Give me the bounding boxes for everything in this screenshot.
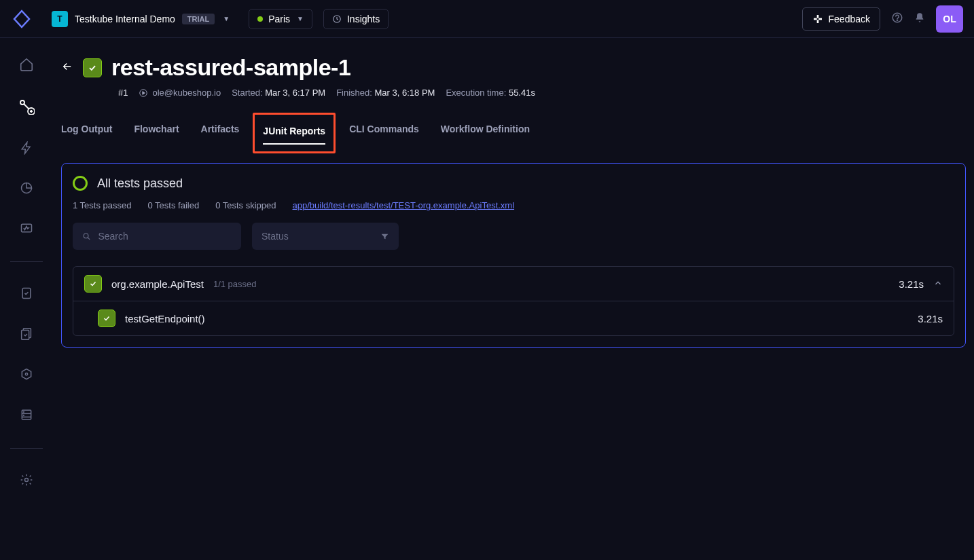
bell-icon[interactable]	[914, 12, 925, 25]
report-panel: All tests passed 1 Tests passed 0 Tests …	[61, 163, 966, 348]
svg-point-23	[84, 234, 88, 238]
sidebar-item-home[interactable]	[19, 57, 34, 74]
run-meta-row: #1 ole@kubeshop.io Started: Mar 3, 6:17 …	[61, 88, 966, 98]
tab-log-output[interactable]: Log Output	[61, 117, 112, 145]
env-name-label: Paris	[268, 14, 290, 24]
search-box[interactable]	[73, 223, 241, 250]
chevron-down-icon: ▼	[223, 15, 230, 22]
sidebar-divider	[10, 261, 43, 262]
status-filter[interactable]: Status	[252, 223, 399, 250]
sidebar-item-suites[interactable]	[19, 326, 34, 343]
feedback-button[interactable]: Feedback	[802, 7, 880, 31]
test-suite-row[interactable]: org.example.ApiTest 1/1 passed 3.21s	[73, 267, 954, 301]
user-avatar[interactable]: OL	[936, 5, 963, 33]
main-content: rest-assured-sample-1 #1 ole@kubeshop.io…	[53, 38, 974, 560]
environment-selector[interactable]: Paris ▼	[249, 9, 312, 29]
svg-point-15	[25, 373, 27, 375]
test-case-row[interactable]: testGetEndpoint() 3.21s	[73, 301, 954, 335]
app-logo-icon[interactable]	[11, 8, 33, 30]
sidebar-item-triggers[interactable]	[20, 141, 33, 157]
svg-rect-5	[816, 20, 818, 23]
org-selector[interactable]: T Testkube Internal Demo TRIAL ▼	[52, 11, 230, 27]
chevron-up-icon[interactable]	[933, 278, 943, 290]
svg-marker-0	[14, 11, 29, 27]
trial-badge: TRIAL	[182, 14, 215, 24]
tests-passed-count: 1 Tests passed	[73, 200, 131, 210]
tab-cli-commands[interactable]: CLI Commands	[349, 117, 419, 145]
report-summary-title: All tests passed	[97, 176, 183, 191]
suite-time: 3.21s	[899, 278, 924, 290]
sidebar-item-tests[interactable]	[20, 286, 33, 302]
test-name: testGetEndpoint()	[125, 313, 205, 324]
tab-bar: Log Output Flowchart Artifacts JUnit Rep…	[61, 117, 966, 145]
sidebar-item-status[interactable]	[20, 221, 33, 237]
svg-rect-2	[814, 18, 817, 20]
svg-point-20	[23, 415, 24, 415]
run-initiator: ole@kubeshop.io	[139, 88, 221, 98]
check-icon	[84, 275, 102, 293]
sidebar-item-workflows[interactable]	[18, 98, 35, 117]
suite-pass-count: 1/1 passed	[213, 279, 257, 289]
tab-workflow-definition[interactable]: Workflow Definition	[441, 117, 530, 145]
run-number: #1	[118, 88, 128, 98]
org-letter-badge: T	[52, 11, 68, 27]
report-file-link[interactable]: app/build/test-results/test/TEST-org.exa…	[293, 200, 515, 210]
help-icon[interactable]	[891, 12, 903, 26]
insights-label: Insights	[347, 14, 380, 24]
sidebar-nav	[0, 38, 53, 560]
svg-point-21	[25, 479, 29, 482]
search-icon	[82, 231, 91, 242]
search-input[interactable]	[98, 231, 232, 242]
svg-rect-14	[22, 331, 29, 340]
svg-rect-4	[816, 15, 818, 18]
top-header: T Testkube Internal Demo TRIAL ▼ Paris ▼…	[0, 0, 974, 38]
sidebar-item-analytics[interactable]	[20, 181, 33, 197]
pass-ring-icon	[73, 176, 88, 191]
svg-point-19	[23, 411, 24, 412]
svg-rect-3	[818, 18, 822, 20]
status-dot-icon	[257, 16, 263, 22]
tab-junit-reports[interactable]: JUnit Reports	[263, 119, 325, 143]
run-status-icon	[83, 58, 102, 77]
tests-failed-count: 0 Tests failed	[147, 200, 199, 210]
sidebar-item-env[interactable]	[20, 408, 33, 424]
suite-name: org.example.ApiTest	[111, 278, 204, 290]
sidebar-divider	[10, 448, 43, 449]
org-name-label: Testkube Internal Demo	[75, 14, 175, 24]
chevron-down-icon: ▼	[297, 15, 304, 22]
filter-icon	[380, 232, 389, 241]
tab-artifacts[interactable]: Artifacts	[201, 117, 240, 145]
back-arrow-icon[interactable]	[61, 60, 73, 75]
check-icon	[98, 310, 115, 327]
insights-button[interactable]: Insights	[323, 9, 389, 29]
sidebar-item-sources[interactable]	[20, 368, 33, 384]
test-suite-group: org.example.ApiTest 1/1 passed 3.21s tes…	[73, 266, 954, 336]
status-filter-label: Status	[261, 231, 289, 242]
svg-point-7	[897, 20, 897, 20]
sidebar-item-settings[interactable]	[20, 473, 33, 489]
tab-flowchart[interactable]: Flowchart	[134, 117, 179, 145]
tests-skipped-count: 0 Tests skipped	[215, 200, 276, 210]
test-time: 3.21s	[918, 313, 943, 324]
tab-highlight-box: JUnit Reports	[253, 113, 336, 153]
feedback-label: Feedback	[829, 14, 870, 24]
page-title: rest-assured-sample-1	[111, 54, 350, 81]
